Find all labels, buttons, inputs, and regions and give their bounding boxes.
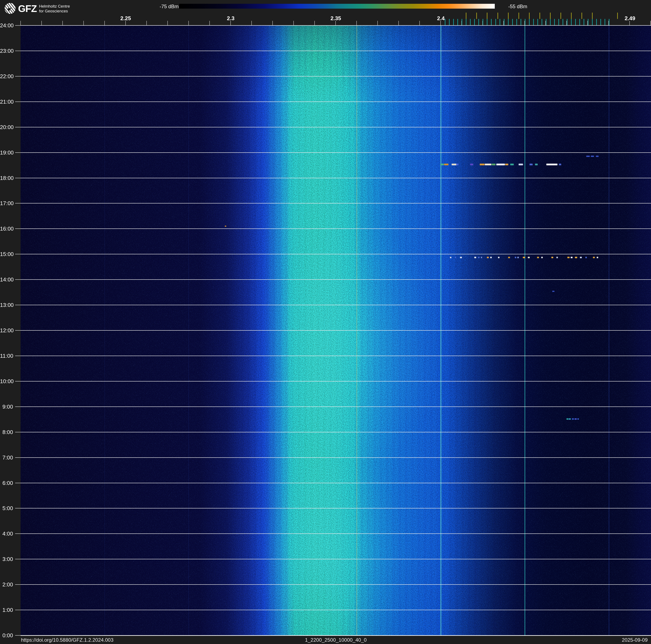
burst-dash bbox=[575, 257, 577, 258]
colorbar-min-label: -75 dBm bbox=[160, 4, 179, 9]
frequency-minor-tick bbox=[188, 21, 189, 25]
bottom-axis-line bbox=[21, 635, 651, 636]
burst-dash bbox=[498, 257, 499, 258]
burst-dash bbox=[597, 257, 598, 258]
time-tick bbox=[15, 533, 21, 534]
wifi-channel-tick bbox=[571, 12, 571, 19]
frequency-minor-tick bbox=[209, 21, 210, 25]
ble-channel-tick bbox=[453, 19, 454, 25]
time-tick bbox=[15, 610, 21, 610]
frequency-minor-tick bbox=[251, 21, 252, 25]
burst-dash bbox=[460, 257, 462, 258]
brand-subtitle-line1: Helmholtz Centre bbox=[39, 4, 70, 9]
frequency-minor-tick bbox=[41, 21, 42, 25]
ble-channel-tick bbox=[483, 19, 483, 25]
hour-gridline bbox=[21, 610, 651, 610]
frequency-tick-label: 2.25 bbox=[120, 15, 131, 22]
burst-dash bbox=[440, 164, 444, 165]
burst-dash bbox=[530, 164, 533, 165]
burst-dash bbox=[552, 291, 554, 292]
wifi-channel-tick bbox=[550, 12, 551, 19]
time-tick-label: 17:00 bbox=[0, 200, 13, 207]
burst-dash bbox=[537, 257, 539, 258]
frequency-minor-tick bbox=[314, 21, 315, 25]
burst-dash bbox=[444, 164, 448, 165]
ble-channel-tick bbox=[512, 19, 513, 25]
time-tick-label: 12:00 bbox=[0, 327, 13, 334]
time-tick-label: 10:00 bbox=[0, 378, 13, 384]
burst-dash bbox=[456, 164, 459, 165]
time-tick-label: 19:00 bbox=[0, 149, 13, 156]
burst-dash bbox=[455, 257, 456, 258]
time-tick bbox=[15, 483, 21, 483]
frequency-minor-tick bbox=[167, 21, 168, 25]
frequency-minor-tick bbox=[356, 21, 357, 25]
burst-dash bbox=[541, 257, 542, 258]
brand-wordmark: GFZ bbox=[18, 3, 37, 14]
dataset-id: 1_2200_2500_10000_40_0 bbox=[305, 637, 367, 643]
wifi-channel-tick bbox=[539, 12, 540, 19]
time-tick bbox=[15, 356, 21, 356]
wifi-channel-tick bbox=[617, 12, 618, 19]
hour-gridline bbox=[21, 330, 651, 331]
time-tick bbox=[15, 381, 21, 381]
burst-dash bbox=[510, 164, 514, 165]
burst-dash bbox=[569, 418, 571, 419]
burst-dash bbox=[478, 257, 479, 258]
colorbar bbox=[179, 4, 495, 9]
burst-dash bbox=[487, 257, 489, 258]
hour-gridline bbox=[21, 279, 651, 280]
ble-channel-tick bbox=[609, 19, 610, 25]
ble-channel-tick bbox=[554, 19, 555, 25]
burst-dash bbox=[557, 257, 558, 258]
ble-channel-tick bbox=[537, 19, 538, 25]
hour-gridline bbox=[21, 432, 651, 432]
burst-dash bbox=[528, 257, 530, 258]
ble-channel-tick bbox=[466, 19, 466, 25]
ble-channel-tick bbox=[558, 19, 559, 25]
hour-gridline bbox=[21, 559, 651, 559]
time-tick bbox=[15, 229, 21, 229]
wifi-channel-tick bbox=[487, 12, 488, 19]
time-tick bbox=[15, 152, 21, 153]
ble-channel-tick bbox=[478, 19, 479, 25]
time-tick bbox=[15, 432, 21, 432]
time-tick-label: 0:00 bbox=[0, 632, 13, 639]
ble-channel-tick bbox=[504, 19, 504, 25]
time-tick bbox=[15, 25, 21, 26]
time-tick bbox=[15, 101, 21, 102]
burst-dash bbox=[485, 164, 491, 165]
time-tick bbox=[15, 178, 21, 178]
time-tick bbox=[15, 407, 21, 407]
frequency-tick-label: 2.4 bbox=[437, 15, 444, 22]
ble-channel-tick bbox=[500, 19, 500, 25]
time-tick-label: 7:00 bbox=[0, 454, 13, 461]
hour-gridline bbox=[21, 508, 651, 508]
burst-dash bbox=[490, 257, 492, 258]
time-tick bbox=[15, 279, 21, 280]
ble-channel-tick bbox=[550, 19, 551, 25]
burst-dash bbox=[547, 164, 557, 165]
frequency-minor-tick bbox=[20, 21, 21, 25]
hour-gridline bbox=[21, 381, 651, 381]
ble-channel-tick bbox=[588, 19, 588, 25]
hour-gridline bbox=[21, 51, 651, 51]
time-tick bbox=[15, 508, 21, 508]
hour-gridline bbox=[21, 407, 651, 407]
ble-channel-tick bbox=[525, 19, 525, 25]
hour-gridline bbox=[21, 533, 651, 534]
burst-dash bbox=[575, 418, 577, 419]
burst-dash bbox=[505, 164, 508, 165]
gfz-logo-icon bbox=[4, 2, 16, 14]
burst-dash bbox=[481, 257, 482, 258]
ble-channel-tick bbox=[508, 19, 508, 25]
burst-dash bbox=[586, 257, 587, 258]
time-tick bbox=[15, 330, 21, 331]
wifi-channel-tick bbox=[508, 12, 508, 19]
time-tick bbox=[15, 584, 21, 585]
wifi-channel-tick bbox=[466, 12, 466, 19]
hour-gridline bbox=[21, 76, 651, 77]
hour-gridline bbox=[21, 305, 651, 305]
time-tick bbox=[15, 254, 21, 254]
wifi-channel-tick bbox=[582, 12, 582, 19]
